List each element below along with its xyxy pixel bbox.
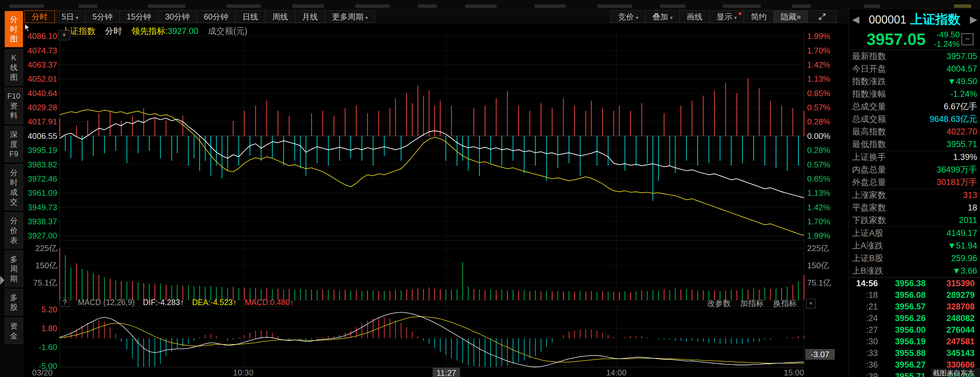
tick-row: :213956.57328708 — [849, 301, 980, 313]
close-indicator-icon[interactable]: × — [806, 299, 816, 308]
price-axis-label: 3972.46 — [26, 174, 57, 184]
sidebar-item-6[interactable]: 多 周 期 — [5, 251, 23, 287]
sidebar-item-7[interactable]: 多 股 — [5, 289, 23, 315]
stat-row: 总成交额9648.63亿元 — [849, 113, 980, 126]
pct-axis-label: 0.85% — [807, 88, 830, 98]
stat-row: 最新指数3957.05 — [849, 50, 980, 62]
tick-row: :183956.08289279 — [849, 290, 980, 301]
price-axis-label: 4086.10 — [26, 31, 57, 41]
sidebar-item-8[interactable]: 资 金 — [5, 318, 23, 344]
price-axis-label: 4006.55 — [26, 131, 57, 141]
sidebar-expand-arrow-icon[interactable] — [0, 276, 5, 285]
draw-line-button[interactable]: 画线 — [680, 10, 710, 23]
macd-buttons: 改参数 加指标 换指标 × — [707, 298, 816, 309]
tab-period-5[interactable]: 60分钟 — [197, 10, 235, 23]
tab-period-9[interactable]: 更多周期▾ — [325, 10, 375, 23]
auction-button[interactable]: 竞价▾ — [611, 10, 646, 23]
cropped-menu-item — [864, 5, 880, 8]
tab-period-3[interactable]: 15分钟 — [120, 10, 158, 23]
collapse-minus-icon[interactable]: − — [961, 33, 974, 45]
cropped-menu-item — [660, 5, 685, 8]
tab-period-1[interactable]: 5日▾ — [55, 10, 86, 23]
sidebar-item-0[interactable]: 分 时 图 — [5, 11, 23, 47]
x-axis-crosshair-label: 11:27 — [433, 368, 460, 377]
chevron-down-icon: ▾ — [365, 15, 368, 21]
simple-button[interactable]: 简约 — [744, 10, 774, 23]
pct-axis-label: 1.70% — [807, 216, 830, 226]
stat-row: 总成交量6.67亿手 — [849, 100, 980, 113]
price-summary: 3957.05 -49.50 -1.24% − — [849, 29, 980, 50]
quote-header: ◀ 000001 上证指数 ▶ — [849, 10, 980, 29]
chart-canvas[interactable] — [24, 24, 849, 377]
macd-legend: ? MACD (12,26,9) DIF:-4.283↑ DEA:-4.523↑… — [60, 297, 294, 307]
sidebar-item-1[interactable]: K 线 图 — [5, 49, 23, 86]
macd-name: MACD (12,26,9) — [78, 298, 135, 307]
stat-row: 上涨家数313 — [849, 189, 980, 201]
tab-period-4[interactable]: 30分钟 — [158, 10, 197, 23]
cropped-menu-item — [465, 5, 496, 8]
sidebar-item-2[interactable]: F10 资 料 — [5, 87, 23, 124]
last-price: 3957.05 — [867, 30, 926, 49]
tick-row: 14:563956.38315390 — [849, 278, 980, 290]
switch-indicator-button[interactable]: 换指标 — [773, 298, 797, 309]
tab-period-6[interactable]: 日线 — [235, 10, 265, 23]
cropped-menu-item — [954, 5, 971, 8]
price-axis-label: 4029.28 — [26, 102, 57, 113]
tick-row: :333955.88345143 — [849, 347, 980, 359]
sidebar-item-4[interactable]: 分 时 成 交 — [5, 164, 23, 210]
sidebar-item-5[interactable]: 分 价 表 — [5, 212, 23, 248]
hide-button[interactable]: 隐藏» — [774, 10, 808, 23]
next-stock-arrow-icon[interactable]: ▶ — [969, 14, 978, 25]
cropped-menu-item — [292, 5, 324, 8]
pct-axis-label: 1.42% — [807, 202, 830, 212]
tab-period-7[interactable]: 周线 — [265, 10, 295, 23]
tab-period-2[interactable]: 5分钟 — [86, 10, 120, 23]
cropped-menu-item — [534, 5, 566, 8]
prev-stock-arrow-icon[interactable]: ◀ — [851, 14, 861, 25]
cropped-menu-item — [10, 5, 44, 8]
chevron-down-icon: ▾ — [76, 15, 78, 21]
overlay-button[interactable]: 叠加▾ — [646, 10, 680, 23]
cropped-menu-item — [723, 5, 760, 8]
x-axis-label: 15:00 — [784, 368, 804, 377]
zoom-plus-button[interactable]: + — [58, 30, 70, 40]
pct-axis-label: 1.13% — [807, 188, 830, 198]
pct-axis-label: 1.99% — [807, 31, 830, 41]
add-indicator-button[interactable]: 加指标 — [740, 298, 764, 309]
change-params-button[interactable]: 改参数 — [707, 298, 731, 309]
pct-axis-label: 0.85% — [807, 174, 830, 184]
tab-period-0[interactable]: 分时 — [24, 10, 55, 23]
notification-dot-icon — [739, 12, 741, 15]
legend-mode: 分时 — [105, 25, 122, 37]
display-button[interactable]: 显示▾ — [710, 10, 744, 23]
stat-row: 最高指数4022.70 — [849, 126, 980, 138]
stat-row: 外盘总量30181万手 — [849, 176, 980, 189]
stat-row: 内盘总量36499万手 — [849, 163, 980, 176]
tab-period-8[interactable]: 月线 — [295, 10, 325, 23]
volume-axis-label: 150亿 — [807, 261, 829, 270]
stat-row: 今日开盘4004.57 — [849, 62, 980, 75]
stat-row: 最低指数3955.71 — [849, 138, 980, 151]
cropped-menu-item — [79, 5, 97, 8]
price-axis-label: 4040.64 — [26, 88, 57, 98]
intraday-chart[interactable]: 上证指数 分时 领先指标:3927.00 成交额(元) + ? MACD (12… — [24, 24, 849, 377]
period-tabs: 分时5日▾5分钟15分钟30分钟60分钟日线周线月线更多周期▾ — [24, 10, 375, 23]
chevron-down-icon: ▾ — [734, 15, 737, 21]
pct-axis-label: 1.70% — [807, 46, 830, 56]
chart-legend: 上证指数 分时 领先指标:3927.00 成交额(元) — [62, 25, 247, 37]
legend-amount: 成交额(元) — [208, 25, 247, 37]
price-axis-label: 3983.82 — [26, 160, 57, 170]
price-axis-label: 4063.37 — [26, 60, 57, 70]
sidebar-item-3[interactable]: 深 度 F9 — [5, 126, 23, 162]
cropped-menu-item — [355, 5, 390, 8]
price-axis-label: 3949.73 — [26, 202, 57, 212]
macd-value: MACD:0.480↑ — [245, 298, 294, 307]
help-icon[interactable]: ? — [60, 297, 70, 307]
fullscreen-expand-icon[interactable] — [808, 10, 837, 23]
price-change: -49.50 -1.24% — [934, 30, 959, 49]
stock-name: 上证指数 — [910, 11, 961, 28]
stat-row: 指数涨幅-1.24% — [849, 87, 980, 100]
stock-code: 000001 — [869, 13, 907, 26]
volume-axis-label: 150亿 — [26, 261, 57, 270]
stat-row: 上证换手1.39% — [849, 151, 980, 163]
